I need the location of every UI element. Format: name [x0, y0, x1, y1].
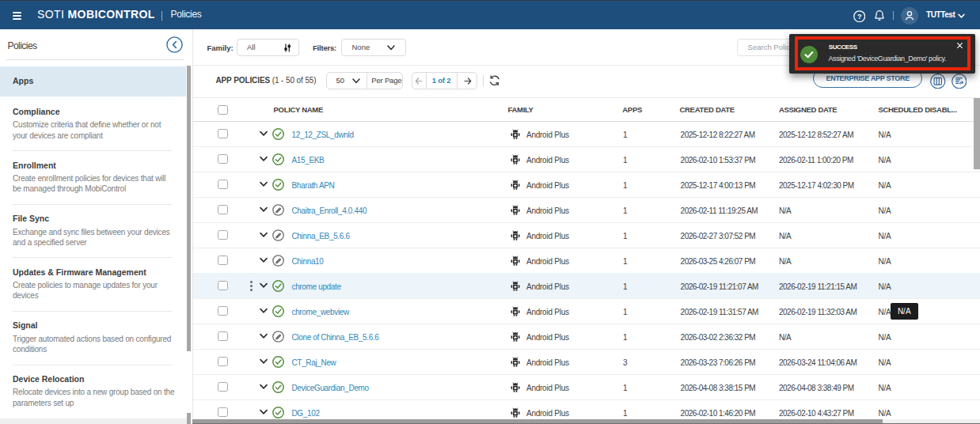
- svg-text:?: ?: [857, 13, 862, 21]
